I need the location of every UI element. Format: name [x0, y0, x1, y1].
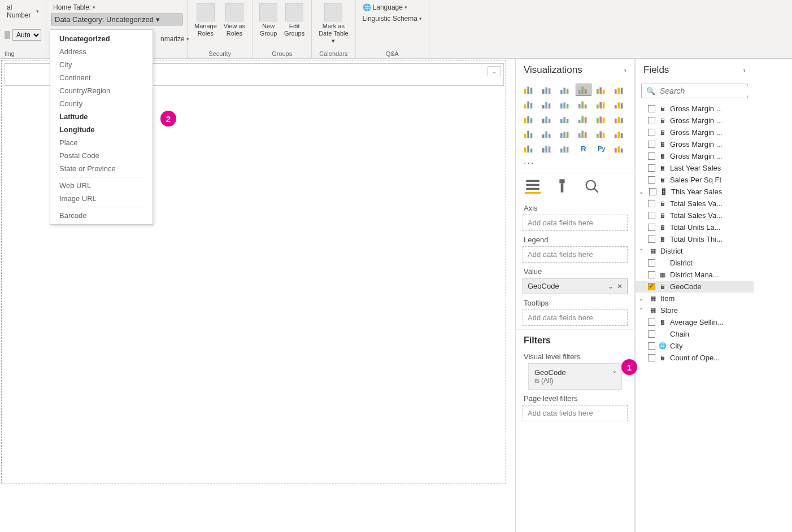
viz-type-icon[interactable] — [576, 84, 591, 96]
viz-type-icon[interactable] — [539, 142, 555, 155]
format-tab[interactable] — [554, 178, 570, 194]
field-checkbox[interactable] — [648, 117, 655, 124]
viz-type-icon[interactable] — [521, 113, 537, 125]
viz-type-icon[interactable] — [539, 128, 555, 140]
viz-type-icon[interactable] — [612, 113, 628, 125]
viz-type-icon[interactable] — [539, 84, 555, 96]
visual-options-dropdown[interactable]: ⌄ — [488, 66, 501, 76]
data-category-option[interactable]: Latitude — [50, 110, 153, 123]
viz-type-icon[interactable] — [521, 142, 537, 155]
viz-type-icon[interactable] — [558, 84, 573, 96]
field-table[interactable]: ⌃▦District — [636, 245, 754, 257]
field-checkbox[interactable] — [648, 164, 655, 172]
field-checkbox[interactable] — [648, 224, 655, 231]
fields-tab[interactable] — [525, 178, 541, 194]
mark-date-table-button[interactable]: Mark as Date Table▾ — [316, 2, 350, 46]
field-checkbox[interactable] — [649, 188, 656, 195]
field-item[interactable]: 🖩Total Units Thi... — [636, 233, 754, 245]
field-item[interactable]: 🖩Total Units La... — [636, 221, 754, 233]
field-checkbox[interactable] — [648, 200, 655, 207]
data-category-option[interactable]: Continent — [50, 71, 153, 84]
viz-type-icon[interactable] — [576, 128, 591, 140]
field-item[interactable]: 🖩Last Year Sales — [636, 162, 754, 174]
field-item[interactable]: ⌄🚦This Year Sales — [636, 186, 754, 198]
linguistic-schema-dropdown[interactable]: Linguistic Schema▾ — [360, 14, 424, 24]
field-checkbox[interactable] — [648, 259, 655, 267]
field-item[interactable]: 🌐City — [636, 340, 754, 352]
viz-type-icon[interactable]: Py — [594, 142, 610, 155]
field-item[interactable]: 🖩Count of Ope... — [636, 352, 754, 364]
value-well[interactable]: GeoCode ⌄✕ — [523, 278, 628, 294]
data-category-option[interactable]: Place — [50, 136, 153, 149]
field-table[interactable]: ⌄▦Item — [636, 293, 754, 304]
field-item[interactable]: 🖩Gross Margin ... — [636, 150, 754, 162]
viz-type-icon[interactable] — [594, 98, 610, 111]
viz-more-button[interactable]: ··· — [516, 158, 634, 173]
viz-type-icon[interactable] — [558, 142, 573, 155]
viz-type-icon[interactable] — [594, 113, 610, 125]
field-checkbox[interactable] — [648, 283, 655, 290]
manage-roles-button[interactable]: Manage Roles — [192, 2, 219, 38]
viz-type-icon[interactable] — [594, 128, 610, 140]
data-category-option[interactable]: Web URL — [50, 179, 153, 192]
expand-icon[interactable]: ⌄ — [639, 189, 646, 195]
data-category-option[interactable]: State or Province — [50, 162, 153, 175]
viz-type-icon[interactable] — [576, 98, 591, 111]
data-category-option[interactable]: City — [50, 58, 153, 71]
collapse-fields-icon[interactable]: › — [743, 66, 746, 75]
format-dropdown[interactable]: al Number▾ — [5, 2, 41, 20]
field-checkbox[interactable] — [648, 152, 655, 160]
field-checkbox[interactable] — [648, 319, 655, 326]
language-dropdown[interactable]: 🌐Language▾ — [360, 2, 424, 12]
field-checkbox[interactable] — [648, 176, 655, 184]
field-checkbox[interactable] — [648, 129, 655, 136]
edit-groups-button[interactable]: Edit Groups — [282, 2, 307, 38]
field-item[interactable]: District — [636, 257, 754, 269]
axis-well[interactable]: Add data fields here — [523, 215, 628, 231]
summarize-dropdown[interactable]: nmarize▾ — [158, 34, 192, 44]
field-item[interactable]: Chain — [636, 328, 754, 340]
field-checkbox[interactable] — [648, 105, 655, 112]
home-table-dropdown[interactable]: Home Table:▾ — [51, 2, 182, 12]
expand-icon[interactable]: ⌃ — [639, 307, 646, 313]
view-as-roles-button[interactable]: View as Roles — [221, 2, 247, 38]
data-category-option[interactable]: Address — [50, 45, 153, 58]
viz-type-icon[interactable] — [612, 128, 628, 140]
filter-expand-icon[interactable]: ⌄ — [612, 367, 617, 374]
field-checkbox[interactable] — [648, 342, 655, 350]
new-group-button[interactable]: New Group — [257, 2, 280, 38]
field-checkbox[interactable] — [648, 354, 655, 361]
filter-card-geocode[interactable]: GeoCode is (All) ⌄ — [528, 363, 622, 390]
field-item[interactable]: 🖩Total Sales Va... — [636, 198, 754, 210]
decimal-places-select[interactable]: Auto — [12, 29, 41, 41]
field-checkbox[interactable] — [648, 330, 655, 338]
collapse-viz-icon[interactable]: › — [624, 66, 626, 75]
field-item[interactable]: 🖩Total Sales Va... — [636, 210, 754, 221]
field-checkbox[interactable] — [648, 271, 655, 278]
data-category-option[interactable]: Country/Region — [50, 84, 153, 97]
data-category-option[interactable]: Barcode — [50, 209, 153, 222]
field-item[interactable]: 🖩GeoCode — [636, 281, 754, 293]
field-item[interactable]: 🖩Average Sellin... — [636, 316, 754, 328]
data-category-option[interactable]: Image URL — [50, 192, 153, 205]
viz-type-icon[interactable] — [521, 84, 537, 96]
viz-type-icon[interactable] — [521, 98, 537, 111]
viz-type-icon[interactable] — [539, 98, 555, 111]
field-checkbox[interactable] — [648, 236, 655, 243]
viz-type-icon[interactable] — [558, 98, 573, 111]
page-filter-well[interactable]: Add data fields here — [523, 405, 628, 421]
fields-search[interactable]: 🔍 — [641, 84, 748, 98]
field-table[interactable]: ⌃▦Store — [636, 304, 754, 316]
field-item[interactable]: ▦District Mana... — [636, 269, 754, 281]
analytics-tab[interactable] — [584, 178, 599, 194]
data-category-option[interactable]: Uncategorized — [50, 32, 153, 45]
viz-type-icon[interactable] — [612, 84, 628, 96]
viz-type-icon[interactable] — [558, 113, 573, 125]
viz-type-icon[interactable] — [521, 128, 537, 140]
field-item[interactable]: 🖩Gross Margin ... — [636, 127, 754, 138]
field-item[interactable]: 🖩Gross Margin ... — [636, 115, 754, 127]
viz-type-icon[interactable]: R — [576, 142, 591, 155]
viz-type-icon[interactable] — [612, 142, 628, 155]
data-category-option[interactable]: Longitude — [50, 123, 153, 136]
data-category-dropdown[interactable]: Data Category: Uncategorized▾ — [51, 14, 182, 25]
